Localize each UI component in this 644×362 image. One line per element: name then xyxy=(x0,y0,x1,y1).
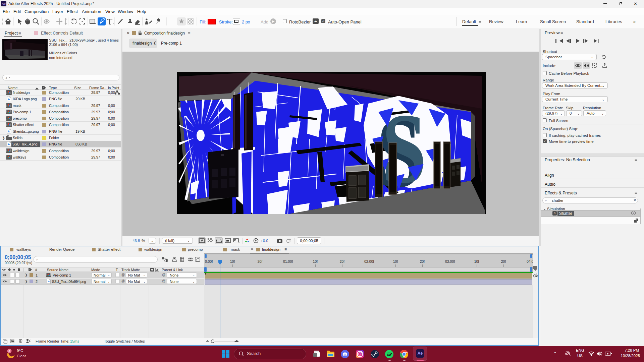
svg-text:4: 4 xyxy=(8,349,10,353)
